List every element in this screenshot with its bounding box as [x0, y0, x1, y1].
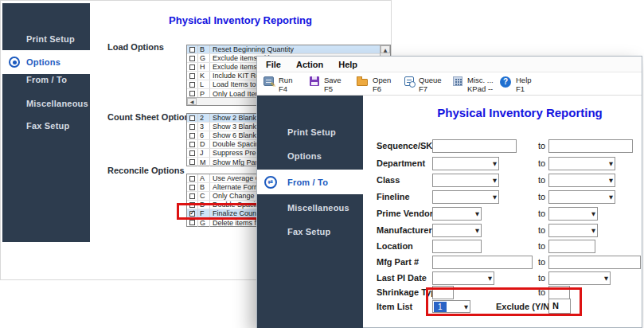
- sidebar-item-from-to[interactable]: From / To: [2, 70, 90, 89]
- page-title: Physical Inventory Reporting: [388, 106, 644, 119]
- manufacturer-from-select[interactable]: ▼: [432, 224, 482, 237]
- sequence-sku-to-input[interactable]: [548, 139, 633, 153]
- class-from-select[interactable]: ▼: [432, 174, 499, 187]
- checkbox[interactable]: [187, 131, 198, 139]
- checkbox[interactable]: [187, 183, 198, 191]
- fineline-to-select[interactable]: ▼: [548, 190, 615, 204]
- checkbox[interactable]: [187, 114, 198, 122]
- help-icon: ?: [500, 76, 511, 88]
- group-label-count-sheet-options: Count Sheet Options: [107, 112, 194, 122]
- department-from-select[interactable]: ▼: [432, 157, 499, 170]
- checkbox[interactable]: [187, 63, 198, 71]
- sequence-sku-from-input[interactable]: [432, 139, 517, 153]
- manufacturer-to-select[interactable]: ▼: [548, 224, 598, 237]
- field-label: Location: [377, 241, 413, 251]
- field-label: Item List: [377, 302, 412, 311]
- option-code: C: [198, 192, 210, 200]
- option-text: Reset Beginning Quantity: [210, 45, 381, 53]
- sidebar-item-label: Miscellaneous: [287, 203, 349, 213]
- toolbar-label: Misc. ...: [467, 76, 494, 84]
- department-to-select[interactable]: ▼: [548, 157, 615, 170]
- to-label: to: [538, 158, 545, 168]
- toolbar-key: F1: [516, 84, 532, 93]
- to-label: to: [538, 209, 545, 218]
- toolbar-open-button[interactable]: Open F6: [357, 76, 391, 93]
- field-label: Sequence/SKU: [377, 141, 439, 150]
- checkbox[interactable]: [187, 80, 198, 88]
- toolbar-save-button[interactable]: Save F5: [310, 76, 342, 93]
- sidebar-item-label: Print Setup: [26, 34, 75, 44]
- sidebar-item-miscellaneous[interactable]: Miscellaneous: [2, 94, 90, 113]
- to-label: to: [538, 241, 545, 251]
- prime-vendor-from-select[interactable]: ▼: [432, 207, 482, 221]
- mfg-part-from-input[interactable]: [432, 256, 533, 269]
- option-code: 6: [198, 131, 210, 139]
- list-row[interactable]: B Reset Beginning Quantity: [187, 45, 381, 54]
- mfg-part-to-input[interactable]: [548, 256, 641, 269]
- option-code: B: [198, 45, 210, 53]
- sidebar-item-from-to[interactable]: ⇄ From / To: [257, 170, 363, 194]
- sidebar-item-options[interactable]: Options: [257, 146, 363, 166]
- field-label: Class: [377, 175, 400, 185]
- toolbar-label: Help: [516, 76, 532, 84]
- last-pi-date-from-select[interactable]: ▼: [432, 271, 494, 285]
- dropdown-arrow-icon: ▼: [493, 178, 497, 184]
- class-to-select[interactable]: ▼: [548, 174, 615, 187]
- checkbox[interactable]: [187, 45, 198, 53]
- sidebar-item-label: From / To: [26, 75, 67, 84]
- toolbar-help-button[interactable]: ? Help F1: [500, 76, 532, 93]
- checkbox[interactable]: [187, 158, 198, 166]
- dropdown-arrow-icon: ▼: [591, 211, 595, 217]
- dropdown-arrow-icon: ▼: [488, 275, 492, 282]
- field-label: Department: [377, 158, 425, 168]
- scroll-left-button[interactable]: ◀: [187, 98, 197, 105]
- checkbox[interactable]: [187, 140, 198, 148]
- dropdown-arrow-icon: ▼: [609, 161, 613, 167]
- location-to-input[interactable]: [548, 240, 595, 253]
- toolbar-queue-button[interactable]: Queue F7: [404, 76, 442, 93]
- prime-vendor-to-select[interactable]: ▼: [548, 207, 598, 221]
- dropdown-arrow-icon: ▼: [609, 178, 613, 184]
- menu-action[interactable]: Action: [296, 60, 323, 69]
- scroll-up-button[interactable]: ▲: [381, 45, 390, 53]
- sidebar-item-label: From / To: [287, 178, 328, 187]
- last-pi-date-to-select[interactable]: ▼: [548, 271, 611, 285]
- dropdown-arrow-icon: ▼: [591, 228, 595, 234]
- field-label: Prime Vendor: [377, 209, 433, 218]
- checkbox[interactable]: [187, 54, 198, 62]
- toolbar-key: F6: [373, 84, 391, 93]
- checkbox[interactable]: [187, 192, 198, 200]
- field-label: Last PI Date: [377, 273, 427, 283]
- field-label: Fineline: [377, 192, 410, 201]
- sidebar-item-print-setup[interactable]: Print Setup: [257, 123, 363, 142]
- option-code: 2: [198, 114, 210, 122]
- menu-help[interactable]: Help: [338, 60, 357, 69]
- sidebar-item-fax-setup[interactable]: Fax Setup: [2, 116, 90, 135]
- page-title: Physical Inventory Reporting: [90, 14, 391, 26]
- checkbox[interactable]: [187, 123, 198, 131]
- checkbox[interactable]: [187, 72, 198, 80]
- toolbar-misc-kpad-button[interactable]: Misc. ... KPad --: [453, 76, 494, 93]
- sync-arrows-icon: ⇄: [264, 176, 277, 189]
- dropdown-arrow-icon: ▼: [609, 194, 613, 201]
- bullseye-icon: [9, 57, 20, 68]
- toolbar: ✎ Run F4 Save F5 Open F6: [257, 72, 642, 96]
- to-label: to: [538, 257, 545, 267]
- toolbar-label: Run: [279, 76, 292, 84]
- toolbar-run-button[interactable]: ✎ Run F4: [263, 76, 292, 93]
- dropdown-arrow-icon: ▼: [604, 275, 608, 282]
- menu-file[interactable]: File: [266, 60, 281, 69]
- to-label: to: [538, 192, 545, 201]
- toolbar-key: F4: [279, 84, 292, 93]
- sidebar-item-print-setup[interactable]: Print Setup: [2, 29, 90, 49]
- to-label: to: [538, 273, 545, 283]
- option-code: H: [198, 63, 210, 71]
- sidebar-item-miscellaneous[interactable]: Miscellaneous: [257, 198, 363, 217]
- sidebar: Print Setup Options ⇄ From / To Miscella…: [257, 96, 363, 328]
- sidebar-item-label: Miscellaneous: [26, 99, 88, 108]
- checkbox[interactable]: [187, 149, 198, 157]
- fineline-from-select[interactable]: ▼: [432, 190, 499, 204]
- location-from-input[interactable]: [432, 240, 482, 253]
- checkbox[interactable]: [187, 174, 198, 182]
- sidebar-item-fax-setup[interactable]: Fax Setup: [257, 222, 363, 241]
